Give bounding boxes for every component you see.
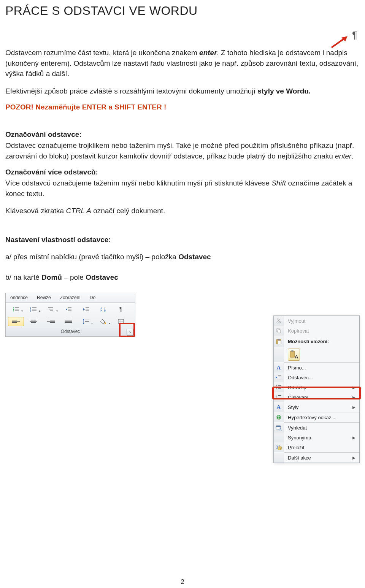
- red-arrow-icon: [330, 36, 348, 49]
- ribbon-tab[interactable]: Zobrazení: [56, 295, 85, 300]
- blank-icon: [274, 433, 284, 442]
- svg-rect-7: [15, 311, 19, 311]
- context-menu: Vyjmout Kopírovat Možnosti vložení: A A …: [273, 315, 360, 463]
- sort-button[interactable]: AZ: [95, 305, 111, 314]
- section-heading-multi: Označování více odstavců:: [5, 168, 360, 176]
- increase-indent-button[interactable]: [78, 305, 94, 314]
- svg-text:A: A: [295, 354, 298, 360]
- svg-rect-33: [85, 321, 89, 322]
- word-ribbon-screenshot: ondence Revize Zobrazení Do ▾ 123 ▾ ▾: [5, 293, 135, 337]
- chevron-down-icon: ▾: [21, 309, 23, 313]
- menu-item-more-actions[interactable]: Další akce ▶: [274, 453, 359, 463]
- intro-paragraph-1: Odstavcem rozumíme část textu, která je …: [5, 48, 360, 79]
- svg-rect-5: [15, 309, 19, 309]
- menu-item-search[interactable]: Vyhledat: [274, 423, 359, 433]
- svg-point-57: [276, 385, 278, 387]
- svg-rect-56: [278, 379, 281, 379]
- menu-item-synonyms[interactable]: Synonyma ▶: [274, 433, 359, 442]
- svg-point-2: [13, 307, 14, 308]
- svg-point-4: [13, 309, 14, 310]
- svg-rect-32: [85, 320, 89, 320]
- align-right-button[interactable]: [43, 317, 59, 326]
- selection-paragraph: Odstavec označujeme trojklikem nebo taže…: [5, 140, 360, 161]
- pilcrow-icon: ¶: [119, 306, 123, 313]
- svg-rect-44: [278, 330, 281, 333]
- svg-rect-19: [68, 309, 71, 309]
- svg-rect-22: [86, 307, 89, 308]
- svg-rect-34: [85, 323, 89, 323]
- menu-item-cut[interactable]: Vyjmout: [274, 316, 359, 326]
- justify-button[interactable]: [60, 317, 76, 326]
- svg-rect-13: [32, 311, 36, 311]
- show-hide-button[interactable]: ¶: [113, 305, 129, 314]
- menu-item-font[interactable]: A Písmo...: [274, 363, 359, 372]
- chevron-down-icon: ▾: [109, 322, 110, 325]
- line-spacing-button[interactable]: ▾: [78, 317, 94, 326]
- submenu-arrow-icon: ▶: [352, 456, 359, 460]
- svg-rect-14: [48, 307, 53, 308]
- paste-keep-text-button[interactable]: A: [288, 349, 300, 361]
- ribbon-group-label: Odstavec ↘: [6, 327, 135, 336]
- svg-rect-16: [50, 311, 53, 311]
- decrease-indent-button[interactable]: [60, 305, 76, 314]
- svg-marker-35: [100, 319, 105, 324]
- ribbon-tabs: ondence Revize Zobrazení Do: [6, 293, 135, 303]
- svg-rect-23: [86, 309, 89, 309]
- ribbon-tab[interactable]: Revize: [32, 295, 56, 300]
- ribbon-tab[interactable]: ondence: [6, 295, 32, 300]
- cut-icon: [276, 318, 281, 323]
- align-left-button[interactable]: [8, 317, 24, 326]
- intro-paragraph-2: Efektivnější způsob práce zvláště s rozs…: [5, 86, 360, 97]
- paste-option-row: A: [274, 347, 359, 362]
- multilevel-list-button[interactable]: ▾: [43, 305, 59, 314]
- svg-rect-48: [290, 351, 295, 357]
- pilcrow-illustration: ¶: [5, 29, 360, 48]
- shading-button[interactable]: ▾: [95, 317, 111, 326]
- svg-text:A: A: [100, 307, 102, 310]
- bullets-button[interactable]: ▾: [8, 305, 24, 314]
- menu-item-styles[interactable]: A Styly ▶: [274, 402, 359, 412]
- chevron-down-icon: ▾: [39, 309, 40, 313]
- svg-point-40: [279, 322, 281, 323]
- svg-rect-73: [276, 426, 281, 427]
- svg-point-6: [13, 310, 14, 311]
- svg-rect-49: [291, 350, 294, 352]
- align-center-button[interactable]: [25, 317, 41, 326]
- multi-selection-paragraph: Více odstavců označujeme tažením myší ne…: [5, 178, 360, 199]
- link-icon: [276, 414, 282, 420]
- section-heading-properties: Nastavení vlastností odstavce:: [5, 235, 360, 245]
- svg-rect-15: [49, 309, 53, 309]
- warning-text: POZOR! Nezaměňujte ENTER a SHIFT ENTER !: [5, 103, 360, 111]
- svg-rect-11: [32, 309, 36, 309]
- pilcrow-icon: ¶: [352, 29, 360, 41]
- numbering-button[interactable]: 123 ▾: [25, 305, 41, 314]
- ribbon-row-1: ▾ 123 ▾ ▾ AZ ¶: [6, 303, 135, 315]
- svg-text:字: 字: [279, 447, 282, 450]
- svg-rect-47: [278, 341, 281, 344]
- search-icon: [276, 425, 282, 431]
- menu-item-hyperlink[interactable]: Hypertextový odkaz...: [274, 412, 359, 422]
- svg-rect-9: [32, 307, 36, 308]
- ribbon-tab[interactable]: Do: [85, 295, 100, 300]
- menu-item-translate[interactable]: a字 Přeložit: [274, 442, 359, 452]
- svg-rect-54: [278, 377, 281, 377]
- svg-rect-3: [15, 307, 19, 308]
- chevron-down-icon: ▾: [91, 322, 93, 325]
- submenu-arrow-icon: ▶: [352, 405, 359, 409]
- menu-item-paste-options: Možnosti vložení:: [274, 336, 359, 347]
- svg-rect-52: [276, 377, 277, 377]
- menu-item-copy[interactable]: Kopírovat: [274, 326, 359, 336]
- paste-icon: [276, 338, 282, 344]
- font-icon: A: [277, 365, 281, 371]
- svg-text:3: 3: [30, 310, 31, 312]
- svg-rect-24: [86, 311, 89, 311]
- svg-rect-53: [278, 376, 281, 376]
- menu-item-paragraph[interactable]: Odstavec...: [274, 372, 359, 382]
- svg-point-39: [277, 322, 278, 323]
- submenu-arrow-icon: ▶: [352, 436, 359, 440]
- chevron-down-icon: ▾: [56, 309, 58, 313]
- option-a-text: a/ přes místní nabídku (pravé tlačítko m…: [5, 252, 360, 262]
- page-number: 2: [0, 578, 365, 586]
- paragraph-icon: [276, 375, 282, 380]
- red-highlight-box: [272, 387, 361, 399]
